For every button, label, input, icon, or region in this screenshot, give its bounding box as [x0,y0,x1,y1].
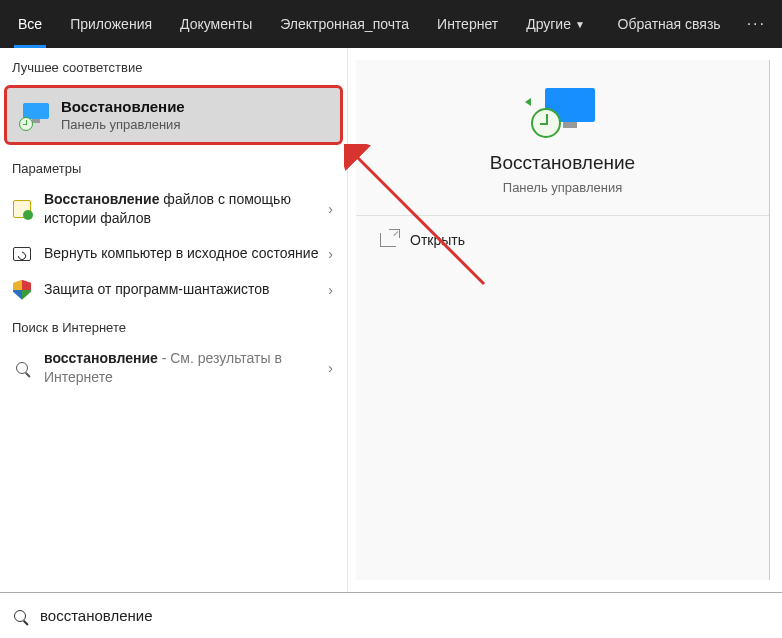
tab-apps[interactable]: Приложения [56,0,166,48]
results-panel: Лучшее соответствие Восстановление Панел… [0,48,348,592]
search-bar[interactable] [0,592,782,638]
recovery-icon [21,101,49,129]
web-search-item[interactable]: восстановление - См. результаты в Интерн… [0,341,347,395]
open-label: Открыть [410,232,465,248]
tab-documents[interactable]: Документы [166,0,266,48]
tab-more[interactable]: Другие ▼ [512,0,599,48]
open-action[interactable]: Открыть [356,216,769,264]
tab-email[interactable]: Электронная_почта [266,0,423,48]
search-icon [14,610,26,622]
settings-item-reset-pc[interactable]: Вернуть компьютер в исходное состояние › [0,236,347,272]
feedback-link[interactable]: Обратная связь [604,0,735,48]
chevron-right-icon: › [328,360,333,376]
file-history-icon [12,199,32,219]
section-settings: Параметры [0,149,347,182]
preview-panel: Восстановление Панель управления Открыть [356,60,770,580]
shield-icon [12,280,32,300]
section-best-match: Лучшее соответствие [0,48,347,81]
preview-subtitle: Панель управления [503,180,622,195]
best-match-title: Восстановление [61,98,185,115]
chevron-right-icon: › [328,282,333,298]
settings-item-file-history[interactable]: Восстановление файлов с помощью истории … [0,182,347,236]
search-input[interactable] [40,607,768,624]
more-options-button[interactable]: ··· [735,15,778,33]
settings-item-ransomware[interactable]: Защита от программ-шантажистов › [0,272,347,308]
tab-internet[interactable]: Интернет [423,0,512,48]
open-icon [380,233,396,247]
search-icon [12,358,32,378]
preview-title: Восстановление [490,152,635,174]
recovery-icon-large [531,88,595,136]
best-match-subtitle: Панель управления [61,117,185,132]
best-match-item[interactable]: Восстановление Панель управления [4,85,343,145]
tab-all[interactable]: Все [4,0,56,48]
reset-icon [12,244,32,264]
chevron-down-icon: ▼ [575,19,585,30]
chevron-right-icon: › [328,246,333,262]
filter-tabs: Все Приложения Документы Электронная_поч… [0,0,782,48]
chevron-right-icon: › [328,201,333,217]
section-web-search: Поиск в Интернете [0,308,347,341]
